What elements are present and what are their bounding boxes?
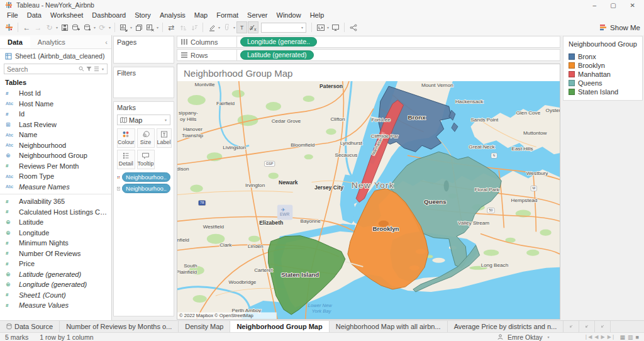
- menu-file[interactable]: File: [3, 11, 23, 19]
- user-caret-icon[interactable]: ▾: [547, 335, 549, 339]
- menu-window[interactable]: Window: [272, 11, 306, 19]
- fit-axes-icon[interactable]: [315, 21, 326, 33]
- field-row[interactable]: ⊕Longitude: [0, 228, 111, 238]
- field-row[interactable]: AbcName: [0, 130, 111, 140]
- menu-help[interactable]: Help: [306, 11, 329, 19]
- rows-shelf[interactable]: Rows Latitude (generated): [177, 49, 560, 61]
- sheet-tab[interactable]: Number of Reviews by Months o...: [60, 321, 179, 332]
- new-worksheet-icon[interactable]: [118, 21, 129, 33]
- view-options-caret-icon[interactable]: ▾: [102, 67, 104, 71]
- map-view[interactable]: ✈: [177, 81, 560, 319]
- tableau-home-icon[interactable]: [4, 21, 14, 33]
- new-worksheet-tab[interactable]: [564, 321, 579, 332]
- pause-updates-icon[interactable]: [82, 21, 92, 33]
- pages-card[interactable]: Pages: [113, 36, 174, 64]
- connection-row[interactable]: Sheet1 (Airbnb_data_cleaned): [0, 49, 111, 62]
- duplicate-sheet-icon[interactable]: [133, 21, 144, 33]
- minimize-icon[interactable]: –: [593, 2, 597, 9]
- legend-item[interactable]: Brooklyn: [564, 61, 642, 70]
- field-row[interactable]: AbcRoom Type: [0, 171, 111, 182]
- tab-data[interactable]: Data: [0, 36, 30, 48]
- menu-data[interactable]: Data: [23, 11, 46, 19]
- view-mode-controls[interactable]: ▦▥■: [620, 334, 639, 340]
- presentation-mode-icon[interactable]: [330, 21, 341, 33]
- menu-story[interactable]: Story: [130, 11, 155, 19]
- field-row[interactable]: ⊕Neighbourhood Group: [0, 150, 111, 161]
- field-row[interactable]: #Sheet1 (Count): [0, 290, 111, 301]
- sheet-tab[interactable]: Neighborhood Map with all airbn...: [330, 321, 448, 332]
- detail-button[interactable]: Detail: [117, 150, 135, 169]
- field-row[interactable]: #Host Id: [0, 88, 111, 99]
- share-icon[interactable]: [348, 21, 358, 33]
- refresh-icon[interactable]: ⟳: [97, 21, 108, 33]
- show-mark-labels-icon[interactable]: T: [236, 21, 247, 33]
- sort-descending-icon[interactable]: [189, 21, 199, 33]
- tab-analytics[interactable]: Analytics: [30, 36, 73, 48]
- field-row[interactable]: #Id: [0, 109, 111, 120]
- view-options-icon[interactable]: [94, 66, 99, 72]
- swap-axes-icon[interactable]: ⇄: [166, 21, 177, 33]
- new-story-tab[interactable]: [595, 321, 611, 332]
- collapse-pane-icon[interactable]: ‹: [101, 38, 111, 46]
- sheet-tab[interactable]: Neighborhood Group Map: [230, 321, 329, 332]
- field-row[interactable]: #Price: [0, 259, 111, 269]
- mark-type-dropdown[interactable]: Map ▾: [117, 115, 170, 125]
- new-dashboard-tab[interactable]: [579, 321, 595, 332]
- fix-axes-icon[interactable]: ax: [248, 21, 258, 33]
- sheet-tab[interactable]: Average Price by districts and n...: [448, 321, 564, 332]
- map-svg[interactable]: ✈: [177, 81, 560, 319]
- field-row[interactable]: ⊕Longitude (generated): [0, 279, 111, 290]
- color-legend[interactable]: Neighbourhood Group BronxBrooklynManhatt…: [563, 36, 643, 101]
- field-row[interactable]: #Calculated Host Listings Count: [0, 207, 111, 218]
- highlight-icon[interactable]: [206, 21, 217, 33]
- clear-sheet-icon[interactable]: [145, 21, 155, 33]
- size-button[interactable]: Size: [137, 128, 155, 148]
- maximize-icon[interactable]: ▢: [610, 2, 616, 9]
- new-data-source-icon[interactable]: [70, 21, 81, 33]
- sheet-tab[interactable]: Density Map: [179, 321, 230, 332]
- field-row[interactable]: AbcNeighbourhood: [0, 140, 111, 151]
- tooltip-button[interactable]: Tooltip: [137, 150, 155, 169]
- menu-analysis[interactable]: Analysis: [155, 11, 190, 19]
- marks-pill-label[interactable]: Neighbourhoo..: [122, 184, 170, 193]
- user-name[interactable]: Emre Oktay: [508, 333, 542, 341]
- close-icon[interactable]: ✕: [630, 2, 635, 9]
- marks-pill-colour[interactable]: Neighbourhoo..: [122, 172, 170, 182]
- field-row[interactable]: #Number Of Reviews: [0, 249, 111, 259]
- columns-pill[interactable]: Longitude (generate..: [240, 37, 317, 47]
- label-button[interactable]: Label: [157, 128, 172, 148]
- replay-icon[interactable]: ↻: [44, 21, 55, 33]
- field-row[interactable]: #Availability 365: [0, 196, 111, 207]
- legend-item[interactable]: Manhattan: [564, 70, 642, 79]
- field-row[interactable]: #Reviews Per Month: [0, 161, 111, 172]
- field-row[interactable]: #Minimum Nights: [0, 238, 111, 249]
- legend-item[interactable]: Bronx: [564, 52, 642, 61]
- field-row[interactable]: AbcHost Name: [0, 99, 111, 109]
- field-row[interactable]: AbcMeasure Names: [0, 182, 111, 193]
- menu-format[interactable]: Format: [212, 11, 243, 19]
- fit-dropdown[interactable]: ▾: [261, 23, 306, 33]
- menu-worksheet[interactable]: Worksheet: [46, 11, 87, 19]
- filters-card[interactable]: Filters: [113, 67, 174, 98]
- field-row[interactable]: ⊞Last Review: [0, 120, 111, 130]
- search-box[interactable]: ▾: [4, 64, 108, 74]
- field-row[interactable]: ⊕Latitude: [0, 217, 111, 228]
- menu-map[interactable]: Map: [190, 11, 212, 19]
- search-input[interactable]: [7, 65, 77, 73]
- menu-server[interactable]: Server: [243, 11, 272, 19]
- rows-pill[interactable]: Latitude (generated): [240, 50, 314, 60]
- show-me-button[interactable]: Show Me: [600, 24, 640, 31]
- undo-icon[interactable]: ←: [21, 21, 32, 33]
- sheet-nav-controls[interactable]: ❘◀◀▶▶❘: [584, 334, 616, 340]
- redo-icon[interactable]: →: [33, 21, 43, 33]
- colour-button[interactable]: Colour: [117, 128, 135, 148]
- menu-dashboard[interactable]: Dashboard: [87, 11, 130, 19]
- tab-data-source[interactable]: Data Source: [0, 321, 60, 332]
- field-row[interactable]: ⊕Latitude (generated): [0, 269, 111, 280]
- legend-item[interactable]: Staten Island: [564, 87, 642, 96]
- sort-ascending-icon[interactable]: [177, 21, 188, 33]
- legend-item[interactable]: Queens: [564, 79, 642, 87]
- save-icon[interactable]: [59, 21, 70, 33]
- field-row[interactable]: #Measure Values: [0, 300, 111, 311]
- group-members-icon[interactable]: [221, 21, 232, 33]
